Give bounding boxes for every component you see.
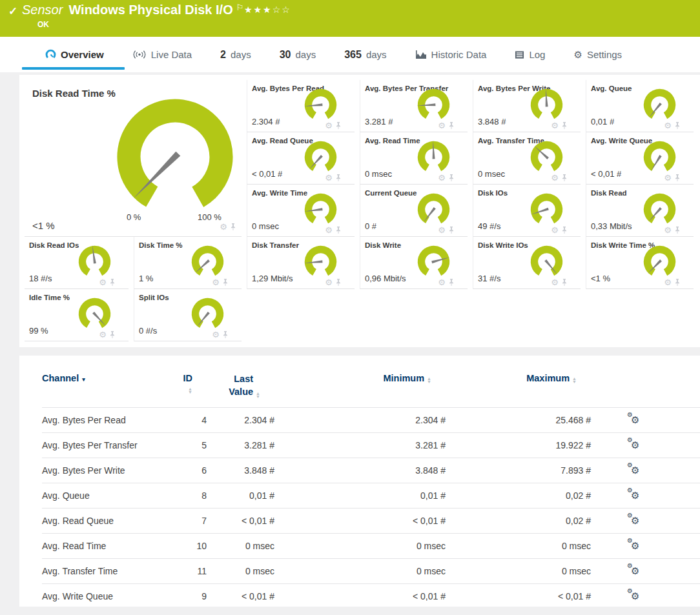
gear-icon[interactable]: ⚙	[664, 226, 672, 234]
table-row: Avg. Read Queue7< 0,01 #< 0,01 #0,02 #⚙⚙	[42, 508, 700, 533]
gear-icon[interactable]: ⚙	[664, 278, 672, 287]
pin-icon[interactable]	[448, 121, 455, 130]
gauge-card: Avg. Write Time 0 msec⚙	[247, 185, 355, 237]
gear-icon[interactable]: ⚙	[99, 330, 107, 339]
channel-table-panel: Channel▾ ID▲▼ Last Value▲▼ Minimum▲▼ Max…	[19, 356, 700, 607]
pin-icon[interactable]	[561, 174, 568, 182]
pin-icon[interactable]	[561, 278, 568, 287]
gauge-card: Disk Transfer 1,29 Mbit/s⚙	[247, 237, 355, 289]
gear-icon[interactable]: ⚙	[438, 226, 446, 234]
pin-icon[interactable]	[335, 121, 342, 130]
table-row: Avg. Write Queue9< 0,01 #< 0,01 #< 0,01 …	[42, 583, 700, 609]
gauge-card: Disk Write IOs 31 #/s⚙	[473, 237, 581, 289]
column-minimum[interactable]: Minimum▲▼	[383, 373, 446, 383]
pin-icon[interactable]	[109, 278, 116, 287]
gear-icon[interactable]: ⚙	[212, 278, 220, 287]
tab-365-days[interactable]: 365days	[330, 37, 400, 72]
gauge-card: Idle Time % 99 %⚙	[25, 289, 129, 341]
channel-settings-icon[interactable]: ⚙⚙	[631, 490, 639, 500]
pin-icon[interactable]	[674, 278, 681, 287]
gauge-card: Avg. Transfer Time 0 msec⚙	[473, 132, 581, 185]
pin-icon[interactable]	[448, 278, 455, 287]
tab-30-days[interactable]: 30days	[265, 37, 330, 72]
gauge-title: Avg. Queue	[591, 85, 632, 92]
channel-cell: 0 msec	[274, 541, 446, 551]
gauge-icon	[45, 49, 56, 60]
flag-icon[interactable]: ⚐	[236, 3, 244, 12]
gear-icon[interactable]: ⚙	[438, 278, 446, 287]
channel-cell: 4	[181, 415, 207, 425]
gauge-title: Disk Transfer	[252, 241, 299, 249]
pin-icon[interactable]	[448, 174, 455, 182]
channel-gauge	[641, 139, 678, 176]
channel-cell: 0,01 #	[274, 490, 446, 501]
tab-2-days[interactable]: 2days	[206, 37, 265, 72]
tab-overview[interactable]: Overview	[31, 37, 118, 72]
channel-settings-icon[interactable]: ⚙⚙	[631, 465, 639, 475]
gear-icon[interactable]: ⚙	[212, 330, 220, 339]
gear-icon[interactable]: ⚙	[325, 278, 333, 287]
channel-gauge	[415, 86, 452, 123]
tab-historic-data[interactable]: Historic Data	[401, 37, 501, 72]
channel-cell: < 0,01 #	[274, 516, 446, 526]
gear-icon[interactable]: ⚙	[551, 121, 559, 130]
channel-settings-icon[interactable]: ⚙⚙	[631, 541, 639, 550]
channel-cell: 10	[181, 541, 207, 551]
column-channel[interactable]: Channel▾	[42, 373, 181, 383]
gear-icon[interactable]: ⚙	[551, 174, 559, 182]
channel-settings-icon[interactable]: ⚙⚙	[631, 415, 639, 425]
gear-icon[interactable]: ⚙	[220, 223, 227, 231]
channel-gauge	[528, 86, 565, 123]
pin-icon[interactable]	[335, 278, 342, 287]
gear-icon[interactable]: ⚙	[325, 226, 333, 234]
gear-icon[interactable]: ⚙	[438, 174, 446, 182]
primary-gauge	[115, 97, 235, 217]
channel-settings-icon[interactable]: ⚙⚙	[631, 566, 639, 576]
gauge-title: Idle Time %	[29, 294, 70, 301]
tab-live-data[interactable]: Live Data	[118, 37, 206, 72]
channel-cell: 0,01 #	[207, 490, 274, 501]
gauge-title: Disk Time %	[139, 241, 183, 249]
channel-gauge	[189, 296, 226, 332]
pin-icon[interactable]	[335, 226, 342, 234]
tab-settings[interactable]: ⚙Settings	[559, 37, 636, 72]
gear-icon[interactable]: ⚙	[438, 121, 446, 130]
gear-icon[interactable]: ⚙	[325, 121, 333, 130]
gear-icon[interactable]: ⚙	[551, 226, 559, 234]
gear-icon[interactable]: ⚙	[99, 278, 107, 287]
tab-label: Log	[529, 49, 545, 60]
channel-cell: 2.304 #	[207, 415, 274, 425]
gauge-title: Disk IOs	[478, 189, 508, 197]
gauge-title: Disk Read	[591, 189, 627, 197]
table-row: Avg. Queue80,01 #0,01 #0,02 #⚙⚙	[42, 483, 700, 508]
tab-log[interactable]: Log	[500, 37, 559, 72]
priority-stars[interactable]: ★★★☆☆	[244, 5, 291, 15]
gauge-value: <1 %	[32, 220, 55, 231]
channel-settings-icon[interactable]: ⚙⚙	[631, 591, 639, 601]
pin-icon[interactable]	[230, 223, 236, 231]
pin-icon[interactable]	[109, 330, 116, 339]
channel-gauge	[302, 139, 339, 176]
pin-icon[interactable]	[561, 121, 568, 130]
channel-settings-icon[interactable]: ⚙⚙	[631, 440, 639, 450]
pin-icon[interactable]	[561, 226, 568, 234]
pin-icon[interactable]	[335, 174, 342, 182]
channel-gauge	[528, 139, 565, 176]
column-maximum[interactable]: Maximum▲▼	[526, 373, 591, 383]
gauge-card: Avg. Write Queue < 0,01 #⚙	[586, 132, 694, 185]
pin-icon[interactable]	[448, 226, 455, 234]
channel-settings-icon[interactable]: ⚙⚙	[631, 516, 639, 525]
gear-icon[interactable]: ⚙	[551, 278, 559, 287]
gear-icon[interactable]: ⚙	[325, 174, 333, 182]
gauge-value: <1 %	[591, 274, 610, 283]
column-id[interactable]: ID▲▼	[181, 373, 207, 394]
gear-icon[interactable]: ⚙	[664, 174, 672, 182]
pin-icon[interactable]	[674, 174, 681, 182]
gear-icon[interactable]: ⚙	[664, 121, 672, 130]
pin-icon[interactable]	[222, 278, 229, 287]
pin-icon[interactable]	[222, 330, 229, 339]
gauge-card: Avg. Bytes Per Transfer 3.281 #⚙	[360, 80, 468, 132]
pin-icon[interactable]	[674, 226, 681, 234]
pin-icon[interactable]	[674, 121, 681, 130]
column-last-value[interactable]: Last Value▲▼	[221, 373, 274, 398]
